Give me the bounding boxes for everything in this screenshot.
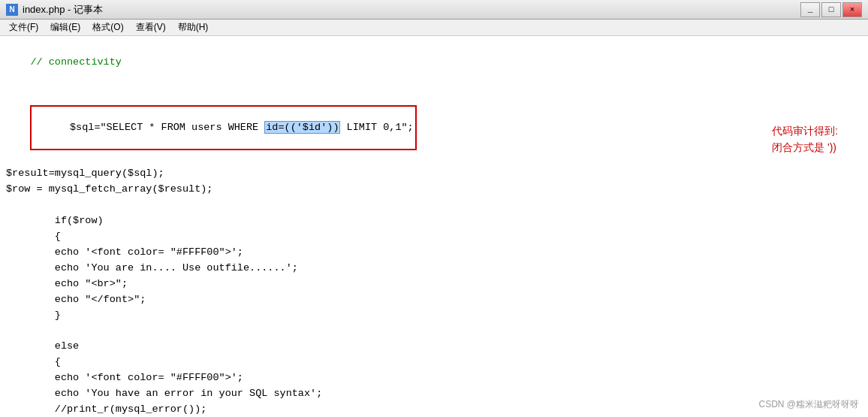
sql-prefix: $sql="SELECT * FROM users WHERE — [70, 122, 264, 133]
editor-area[interactable]: // connectivity $sql="SELECT * FROM user… — [0, 36, 868, 417]
sql-suffix: LIMIT 0,1"; — [340, 122, 413, 133]
line-echo-youarein: echo 'You are in.... Use outfile......'; — [6, 261, 862, 276]
window-title: index.php - 记事本 — [23, 3, 103, 17]
title-bar: N index.php - 记事本 _ □ × — [0, 0, 868, 20]
line-echo-closefont: echo "</font>"; — [6, 292, 862, 308]
close-button[interactable]: × — [842, 2, 862, 17]
annotation-line1: 代码审计得到: — [772, 122, 838, 139]
line-if: if($row) — [6, 213, 862, 229]
menu-view[interactable]: 查看(V) — [130, 20, 172, 35]
menu-file[interactable]: 文件(F) — [3, 20, 44, 35]
watermark: CSDN @糯米滋粑呀呀呀 — [758, 398, 859, 411]
sql-id-highlight: id=(('$id')) — [264, 121, 340, 134]
comment-text: // connectivity — [30, 56, 122, 68]
line-echo-font: echo '<font color= "#FFFF00">'; — [6, 245, 862, 261]
line-result: $result=mysql_query($sql); — [6, 166, 862, 182]
line-sql: $sql="SELECT * FROM users WHERE id=(('$i… — [6, 89, 862, 167]
menu-edit[interactable]: 编辑(E) — [44, 20, 86, 35]
minimize-button[interactable]: _ — [800, 2, 820, 17]
line-echo-error: echo 'You have an error in your SQL synt… — [6, 386, 862, 402]
line-echo-br: echo "<br>"; — [6, 276, 862, 292]
blank-line-1 — [6, 198, 862, 213]
line-echo-font2: echo '<font color= "#FFFF00">'; — [6, 370, 862, 386]
line-else: else — [6, 339, 862, 355]
annotation-block: 代码审计得到: 闭合方式是 ')) — [772, 122, 838, 156]
app-icon: N — [6, 4, 18, 16]
line-row: $row = mysql_fetch_array($result); — [6, 182, 862, 198]
menu-help[interactable]: 帮助(H) — [172, 20, 215, 35]
line-else-open: { — [6, 355, 862, 370]
window-controls[interactable]: _ □ × — [800, 2, 862, 17]
menu-format[interactable]: 格式(O) — [86, 20, 129, 35]
line-comment: // connectivity — [6, 39, 862, 86]
line-print-comment: //print_r(mysql_error()); — [6, 402, 862, 417]
line-if-close: } — [6, 308, 862, 324]
line-if-open: { — [6, 229, 862, 245]
maximize-button[interactable]: □ — [821, 2, 841, 17]
annotation-line2: 闭合方式是 ')) — [772, 139, 838, 156]
blank-line-2 — [6, 324, 862, 340]
menu-bar: 文件(F) 编辑(E) 格式(O) 查看(V) 帮助(H) — [0, 20, 868, 36]
